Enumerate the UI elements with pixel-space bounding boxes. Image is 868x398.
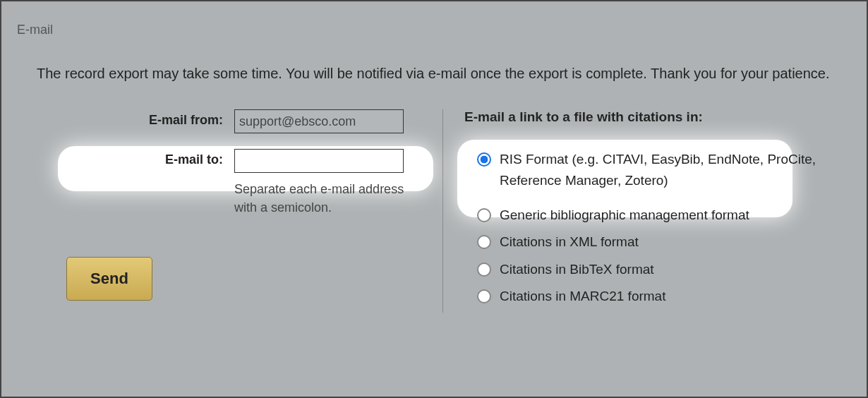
- radio-icon: [477, 235, 491, 249]
- radio-icon: [477, 208, 491, 222]
- format-label: Generic bibliographic management format: [500, 205, 749, 226]
- format-option-generic[interactable]: Generic bibliographic management format: [477, 205, 845, 226]
- radio-icon: [477, 152, 491, 167]
- format-label: Citations in MARC21 format: [500, 286, 665, 307]
- radio-icon: [477, 263, 491, 277]
- format-option-xml[interactable]: Citations in XML format: [477, 231, 845, 253]
- email-to-input[interactable]: [234, 149, 404, 173]
- email-to-label: E-mail to:: [65, 149, 234, 167]
- format-label: RIS Format (e.g. CITAVI, EasyBib, EndNot…: [500, 149, 833, 192]
- email-from-label: E-mail from:: [65, 109, 234, 128]
- format-option-ris[interactable]: RIS Format (e.g. CITAVI, EasyBib, EndNot…: [477, 149, 833, 192]
- format-option-marc21[interactable]: Citations in MARC21 format: [477, 286, 845, 307]
- email-from-row: E-mail from:: [65, 109, 425, 133]
- formats-heading: E-mail a link to a file with citations i…: [464, 109, 845, 125]
- email-from-input: [234, 109, 404, 133]
- format-list: RIS Format (e.g. CITAVI, EasyBib, EndNot…: [464, 142, 845, 307]
- email-export-panel: E-mail The record export may take some t…: [0, 0, 868, 398]
- format-label: Citations in XML format: [500, 231, 639, 253]
- email-to-row: E-mail to: Separate each e-mail address …: [65, 149, 425, 217]
- section-title: E-mail: [1, 1, 867, 37]
- email-to-help: Separate each e-mail address with a semi…: [234, 180, 425, 217]
- radio-icon: [477, 289, 491, 303]
- format-label: Citations in BibTeX format: [500, 259, 654, 280]
- intro-text: The record export may take some time. Yo…: [1, 37, 867, 85]
- format-option-bibtex[interactable]: Citations in BibTeX format: [477, 259, 845, 280]
- send-button[interactable]: Send: [66, 257, 152, 301]
